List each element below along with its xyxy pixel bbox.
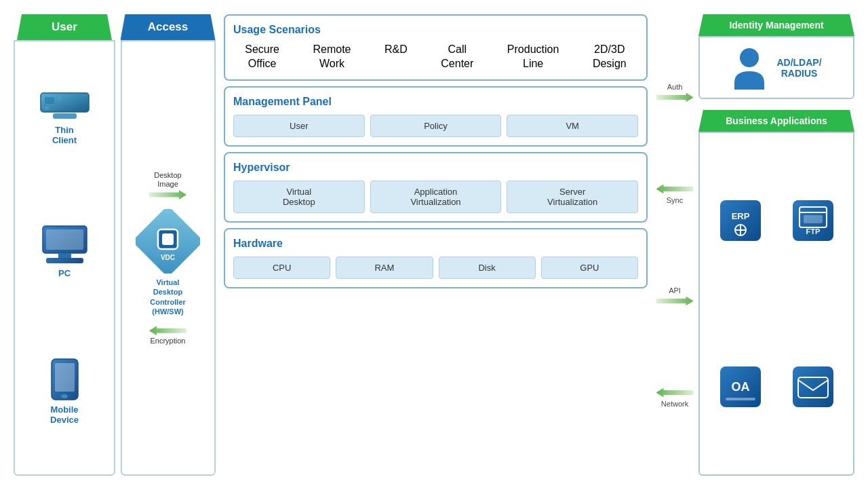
auth-connector: Auth [656,83,694,102]
erp-icon: ERP [720,200,761,241]
vdc-container: VDC VirtualDesktopController(HW/SW) [136,209,200,316]
thin-client-icon [39,92,90,122]
ad-ldap-label: AD/LDAP/RADIUS [776,57,821,79]
right-column: Identity Management AD/LDAP/RADIUS Busin… [698,14,854,476]
auth-label: Auth [667,83,683,91]
encryption-arrow [149,326,186,335]
access-header: Access [121,14,216,40]
svg-rect-10 [55,363,75,392]
hypervisor-items: VirtualDesktop ApplicationVirtualization… [233,181,638,213]
access-section: Access DesktopImage VDC [115,14,220,476]
svg-text:OA: OA [731,380,749,394]
api-arrow [656,297,694,306]
server-virtualization-chip: ServerVirtualization [507,181,638,213]
api-label: API [669,286,681,295]
auth-arrow [656,93,694,102]
scenario-remote-work: RemoteWork [313,43,351,71]
identity-management-body: AD/LDAP/RADIUS [698,36,854,99]
mobile-device: MobileDevice [50,358,80,425]
user-column: User [14,14,115,476]
usage-scenarios-items: SecureOffice RemoteWork R&D CallCenter P… [233,43,638,71]
svg-rect-2 [56,97,62,100]
usage-scenarios-title: Usage Scenarios [233,24,638,36]
svg-rect-1 [45,97,54,104]
management-vm: VM [507,115,638,137]
desktop-image-connector: DesktopImage [149,171,186,200]
desktop-image-label: DesktopImage [154,171,181,189]
api-connector: API [656,286,694,306]
scenario-2d3d: 2D/3DDesign [593,43,627,71]
svg-text:VDC: VDC [161,254,175,261]
encryption-label: Encryption [151,337,186,345]
svg-point-16 [740,48,759,67]
scenario-secure-office: SecureOffice [245,43,279,71]
vdc-label: VirtualDesktopController(HW/SW) [150,278,186,316]
svg-rect-7 [58,253,71,258]
app-virtualization-chip: ApplicationVirtualization [370,181,502,213]
mobile-label: MobileDevice [50,404,79,425]
management-panel-title: Management Panel [233,96,638,108]
hardware-section: Hardware CPU RAM Disk GPU [224,228,648,288]
svg-rect-4 [53,113,77,119]
gpu-chip: GPU [541,257,638,279]
svg-text:FTP: FTP [806,227,820,235]
identity-management-header: Identity Management [698,14,854,36]
network-connector: Network [656,388,694,408]
virtual-desktop-chip: VirtualDesktop [233,181,365,213]
svg-point-11 [61,394,68,398]
oa-app: OA [707,307,774,468]
right-connectors: Auth Sync API Network [651,14,698,476]
network-arrow [656,388,694,398]
management-panel-items: User Policy VM [233,115,638,137]
identity-management-section: Identity Management AD/LDAP/RADIUS [698,14,854,99]
thin-client-device: ThinClient [39,92,90,145]
sync-connector: Sync [656,185,694,204]
usage-scenarios-section: Usage Scenarios SecureOffice RemoteWork … [224,14,648,81]
diagram: User [7,7,861,483]
vdc-icon: VDC [136,209,200,274]
business-applications-body: ERP [698,132,854,476]
thin-client-label: ThinClient [52,125,77,145]
desktop-image-arrow [149,190,186,200]
sync-arrow [656,185,694,194]
oa-icon: OA [720,366,761,407]
business-applications-section: Business Applications ERP [698,105,854,476]
hardware-items: CPU RAM Disk GPU [233,257,638,279]
encryption-connector: Encryption [149,326,186,345]
pc-icon [39,225,90,265]
pc-device: PC [39,225,90,278]
ram-chip: RAM [336,257,433,279]
management-panel-section: Management Panel User Policy VM [224,86,648,147]
access-body: DesktopImage VDC [121,40,216,476]
svg-text:ERP: ERP [731,211,749,221]
hardware-title: Hardware [233,238,638,250]
scenario-rd: R&D [384,43,408,71]
user-devices: ThinClient [15,41,114,474]
email-icon [793,366,833,407]
scenario-call-center: CallCenter [441,43,473,71]
mobile-icon [50,358,80,402]
svg-rect-14 [162,233,174,245]
user-body: ThinClient [14,40,115,476]
svg-rect-3 [45,107,49,109]
disk-chip: Disk [439,257,536,279]
svg-rect-6 [46,229,83,250]
ftp-icon: FTP [793,200,833,241]
management-policy: Policy [370,115,502,137]
erp-app: ERP [707,140,774,301]
svg-rect-29 [726,398,755,400]
ftp-app: FTP [779,140,846,301]
person-icon [731,45,768,90]
hypervisor-section: Hypervisor VirtualDesktop ApplicationVir… [224,152,648,223]
user-header: User [17,14,112,40]
sync-label: Sync [667,196,683,204]
hypervisor-title: Hypervisor [233,162,638,174]
cpu-chip: CPU [233,257,330,279]
scenario-production-line: ProductionLine [507,43,559,71]
svg-rect-8 [46,258,83,263]
svg-rect-25 [804,215,823,223]
pc-label: PC [58,268,71,278]
business-applications-header: Business Applications [698,110,854,132]
network-label: Network [661,400,688,408]
sections-column: Usage Scenarios SecureOffice RemoteWork … [224,14,648,476]
